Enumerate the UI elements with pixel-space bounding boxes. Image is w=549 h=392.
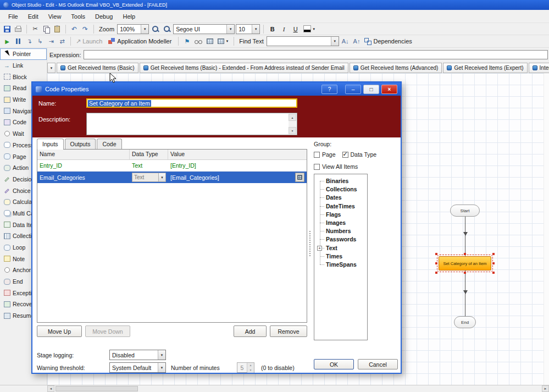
font-size-select[interactable]: 10 ▼	[236, 24, 260, 34]
grid-view-button[interactable]: ▼	[216, 36, 230, 46]
zoom-in-button[interactable]	[150, 24, 160, 34]
tree-item-timespans[interactable]: TimeSpans	[317, 261, 367, 269]
tab-outputs[interactable]: Outputs	[65, 139, 96, 149]
expand-plus-icon[interactable]	[317, 246, 322, 251]
scroll-right-icon[interactable]: ►	[542, 385, 549, 392]
menu-edit[interactable]: Edit	[23, 11, 43, 22]
flow-node-set-category[interactable]: Set Category of an Item	[439, 256, 491, 270]
tree-item-passwords[interactable]: Passwords	[317, 235, 367, 244]
font-color-button[interactable]: ▼	[302, 24, 317, 34]
remove-button[interactable]: Remove	[270, 325, 307, 337]
menu-help[interactable]: Help	[118, 11, 140, 22]
go-button[interactable]: ▶	[2, 36, 12, 46]
bold-button[interactable]: B	[267, 24, 278, 34]
window-titlebar[interactable]: Object Studio - Edit - MS Outlook Email …	[0, 0, 549, 10]
tab-list-button[interactable]: ▼	[47, 63, 56, 73]
data-type-checkbox[interactable]: Data Type	[342, 151, 377, 158]
paste-button[interactable]	[52, 24, 62, 34]
flow-connector[interactable]	[465, 217, 465, 256]
tab-code[interactable]: Code	[97, 139, 121, 149]
scrollbar-thumb[interactable]	[56, 386, 138, 391]
tree-item-flags[interactable]: Flags	[317, 211, 367, 219]
tree-item-numbers[interactable]: Numbers	[317, 227, 367, 235]
move-down-button[interactable]: Move Down	[85, 325, 130, 337]
spin-up-icon[interactable]: ▲	[247, 363, 254, 368]
scroll-left-icon[interactable]: ◄	[47, 385, 54, 392]
collection-view-button[interactable]	[205, 36, 215, 46]
menu-debug[interactable]: Debug	[90, 11, 118, 22]
data-type-select[interactable]: Text ▼	[132, 173, 166, 182]
font-family-select[interactable]: Segoe UI ▼	[173, 24, 235, 34]
step-button[interactable]: ↴	[24, 36, 34, 46]
warning-threshold-select[interactable]: System Default ▼	[109, 362, 166, 373]
maximize-button[interactable]: □	[363, 85, 379, 94]
reset-button[interactable]: ⇄	[57, 36, 67, 46]
tree-item-text[interactable]: Text	[317, 244, 367, 252]
breakpoint-button[interactable]: ⚑	[182, 36, 192, 46]
flow-connector[interactable]	[465, 270, 465, 316]
page-tab-4[interactable]: Get Received Items (Expert)	[443, 63, 527, 73]
application-modeller-button[interactable]: Application Modeller	[107, 36, 175, 46]
move-up-button[interactable]: Move Up	[37, 325, 82, 337]
input-row-entry-id[interactable]: Entry_ID Text [Entry_ID]	[37, 160, 307, 172]
scroll-down-icon[interactable]: ▼	[289, 127, 296, 134]
tree-item-times[interactable]: Times	[317, 252, 367, 261]
ok-button[interactable]: OK	[314, 359, 354, 369]
description-scrollbar[interactable]: ▲ ▼	[289, 114, 296, 134]
tab-inputs[interactable]: Inputs	[37, 139, 64, 149]
name-field[interactable]: Set Category of an Item	[86, 98, 297, 108]
close-button[interactable]: ×	[381, 85, 397, 94]
print-button[interactable]	[13, 24, 23, 34]
find-next-button[interactable]: A↓	[340, 36, 351, 46]
step-out-button[interactable]: ⇥	[46, 36, 56, 46]
menu-view[interactable]: View	[43, 11, 66, 22]
toolbox-item-pointer[interactable]: Pointer	[0, 48, 47, 60]
minutes-stepper[interactable]: 5 ▲▼	[237, 362, 254, 373]
panel-splitter[interactable]	[309, 231, 310, 256]
menu-tools[interactable]: Tools	[66, 11, 90, 22]
step-over-button[interactable]: ↳	[35, 36, 45, 46]
page-tab-1[interactable]: Get Received Items (Basic)	[57, 63, 138, 73]
pause-button[interactable]	[13, 36, 23, 46]
find-previous-button[interactable]: A↑	[352, 36, 362, 46]
watches-button[interactable]	[193, 36, 204, 46]
save-button[interactable]	[2, 24, 12, 34]
tree-item-datetimes[interactable]: DateTimes	[317, 202, 367, 211]
dialog-titlebar[interactable]: Code Properties ? – □ ×	[32, 82, 401, 96]
flow-node-start[interactable]: Start	[450, 205, 480, 217]
find-text-input[interactable]: ▼	[267, 36, 339, 46]
menu-file[interactable]: File	[3, 11, 23, 22]
add-button[interactable]: Add	[234, 325, 267, 337]
tree-item-images[interactable]: Images	[317, 219, 367, 227]
stepper-arrows[interactable]: ▲▼	[247, 363, 254, 372]
description-field[interactable]: ▲ ▼	[86, 113, 297, 135]
dependencies-button[interactable]: Dependencies	[363, 36, 415, 46]
cancel-button[interactable]: Cancel	[358, 359, 398, 369]
zoom-out-button[interactable]	[162, 24, 172, 34]
launch-button[interactable]: ↗ Launch	[74, 36, 106, 46]
tree-item-binaries[interactable]: Binaries	[317, 177, 367, 185]
expression-input[interactable]	[84, 50, 548, 59]
toolbox-item-link[interactable]: →Link	[0, 60, 47, 71]
page-checkbox[interactable]: Page	[314, 151, 336, 158]
input-row-email-categories[interactable]: Email_Categories Text ▼ [Email_Categorie…	[37, 172, 307, 183]
scroll-up-icon[interactable]: ▲	[289, 114, 296, 121]
flow-node-end[interactable]: End	[454, 316, 476, 328]
page-tab-2[interactable]: Get Received Items (Basic) - Extended - …	[140, 63, 348, 73]
cut-button[interactable]: ✂	[30, 24, 40, 34]
help-button[interactable]: ?	[321, 85, 337, 94]
toolbox-item-block[interactable]: Block	[0, 71, 47, 82]
tree-item-collections[interactable]: Collections	[317, 185, 367, 194]
spin-down-icon[interactable]: ▼	[247, 368, 254, 373]
edit-value-button[interactable]	[295, 173, 304, 182]
view-all-items-checkbox[interactable]: View All Items	[314, 163, 358, 170]
undo-button[interactable]: ↶	[69, 24, 79, 34]
zoom-select[interactable]: 100% ▼	[117, 24, 149, 34]
underline-button[interactable]: U	[290, 24, 301, 34]
tree-item-dates[interactable]: Dates	[317, 194, 367, 202]
page-tab-5[interactable]: Internal_Get Items	[529, 63, 549, 73]
italic-button[interactable]: I	[279, 24, 289, 34]
page-tab-3[interactable]: Get Received Items (Advanced)	[350, 63, 442, 73]
minimize-button[interactable]: –	[345, 85, 361, 94]
canvas-hscrollbar[interactable]: ◄ ►	[0, 385, 549, 392]
